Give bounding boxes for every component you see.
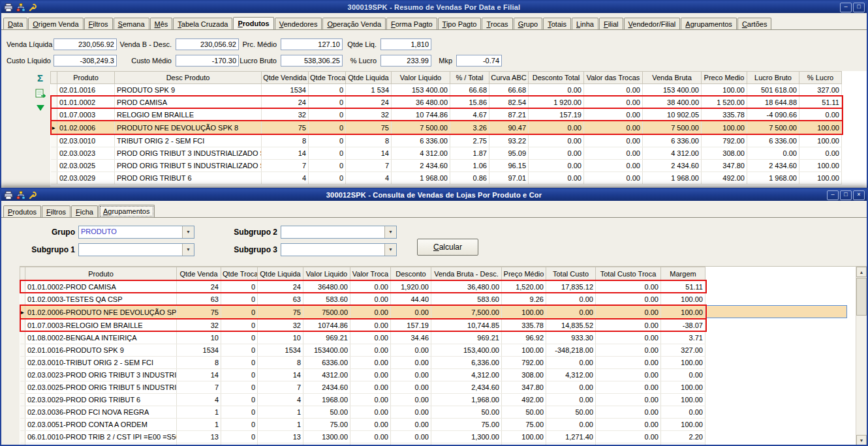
column-header-desc-produto[interactable]: Desc Produto xyxy=(115,72,262,84)
wrench-icon[interactable] xyxy=(28,190,38,200)
tab-linha[interactable]: Linha xyxy=(572,18,598,30)
table-row[interactable]: 01.02.0003-TESTES QA CSP63063583.600.004… xyxy=(20,293,705,306)
group-combobox[interactable]: PRODUTO ▼ xyxy=(78,226,194,239)
tab-data[interactable]: Data xyxy=(3,18,27,30)
table-row[interactable]: 02.03.0010-TRIBUT ORIG 2 - SEM FCI808633… xyxy=(20,357,705,369)
tab-tabela-cruzada[interactable]: Tabela Cruzada xyxy=(173,18,232,30)
table-row[interactable]: 01.07.0003-RELOGIO EM BRAILLE3203210744.… xyxy=(20,320,705,332)
export-icon[interactable] xyxy=(35,89,46,99)
print-icon[interactable] xyxy=(3,190,13,200)
tab-vendedor-filial[interactable]: Vendedor/Filial xyxy=(624,18,681,30)
subgroup2-combobox[interactable]: ▼ xyxy=(281,226,397,239)
table-row[interactable]: 02.03.0036-PROD FCI NOVA REGRA10150.000.… xyxy=(20,406,705,419)
tab-semana[interactable]: Semana xyxy=(114,18,149,30)
table-row[interactable]: 02.03.0023-PROD ORIG TRIBUT 3 INDUSTRIAL… xyxy=(20,369,705,381)
tab-agrupamentos[interactable]: Agrupamentos xyxy=(681,18,737,30)
column-header-venda-bruta[interactable]: Venda Bruta xyxy=(643,72,702,84)
tab-produtos[interactable]: Produtos xyxy=(3,205,41,218)
hierarchy-icon[interactable] xyxy=(16,190,25,200)
tab-forma-pagto[interactable]: Forma Pagto xyxy=(386,18,437,30)
close-button[interactable]: × xyxy=(853,190,865,200)
column-header-total[interactable]: % / Total xyxy=(450,72,489,84)
scroll-thumb[interactable] xyxy=(856,278,867,316)
column-header-desconto[interactable]: Desconto xyxy=(391,267,431,281)
table-row[interactable]: 02.03.0010TRIBUT ORIG 2 - SEM FCI8086 33… xyxy=(51,135,842,147)
column-header-desconto-total[interactable]: Desconto Total xyxy=(529,72,584,84)
table-row[interactable]: 02.01.0016PRODUTO SPK 9153401 534153 400… xyxy=(51,84,842,97)
titlebar[interactable]: 300012SPK - Consulta de Vendas de Lojas … xyxy=(1,189,867,201)
subgroup1-combobox[interactable]: ▼ xyxy=(78,243,194,256)
tab-produtos[interactable]: Produtos xyxy=(233,17,273,30)
column-header-lucro[interactable]: % Lucro xyxy=(799,72,842,84)
column-header-valor-das-trocas[interactable]: Valor das Trocas xyxy=(584,72,643,84)
table-row[interactable]: 02.03.0025-PROD ORIG TRIBUT 5 INDUSTRIAL… xyxy=(20,381,705,394)
arrow-down-icon[interactable] xyxy=(37,105,44,111)
tab-trocas[interactable]: Trocas xyxy=(482,18,512,30)
column-header-produto[interactable]: Produto xyxy=(57,72,115,84)
scroll-down-icon[interactable]: ▼ xyxy=(856,435,867,445)
table-row[interactable]: 02.03.0029PROD ORIG TRIBUT 64041 968.000… xyxy=(51,172,842,185)
table-row[interactable]: 02.03.0025PROD ORIG TRIBUT 5 INDUSTRIALI… xyxy=(51,160,842,172)
tab-filtros[interactable]: Filtros xyxy=(42,205,70,218)
column-header-qtde-liquida[interactable]: Qtde Liquida xyxy=(258,267,303,281)
chevron-down-icon[interactable]: ▼ xyxy=(182,244,194,256)
column-header-lucro-bruto[interactable]: Lucro Bruto xyxy=(747,72,799,84)
column-header-preco-medio[interactable]: Preço Médio xyxy=(502,267,546,281)
column-header-produto[interactable]: Produto xyxy=(25,267,177,281)
sum-icon[interactable]: Σ xyxy=(37,74,43,83)
tab-cartoes[interactable]: Cartões xyxy=(737,18,772,30)
column-header-qtde-vendida[interactable]: Qtde Vendida xyxy=(262,72,309,84)
chevron-down-icon[interactable]: ▼ xyxy=(384,226,396,238)
column-header-valor-liquido[interactable]: Valor Liquido xyxy=(392,72,450,84)
column-header-valor-liquido[interactable]: Valor Liquido xyxy=(303,267,350,281)
column-header-qtde-liquida[interactable]: Qtde Liquida xyxy=(346,72,392,84)
chevron-down-icon[interactable]: ▼ xyxy=(384,244,396,256)
column-header-margem[interactable]: Margem xyxy=(661,267,705,281)
table-row[interactable]: 02.01.0016-PRODUTO SPK 9153401534153400.… xyxy=(20,344,705,357)
table-row[interactable]: 01.01.0002PROD CAMISA2402436 480.0015.86… xyxy=(51,97,842,109)
table-row[interactable]: 06.01.0010-PROD TRIB 2 / CST IPI =E00 =S… xyxy=(20,431,705,443)
table-row[interactable]: 01.01.0002-PROD CAMISA2402436480.000.001… xyxy=(20,281,705,293)
vertical-scrollbar[interactable]: ▲ ▼ xyxy=(856,267,867,445)
table-row[interactable]: 02.03.0023PROD ORIG TRIBUT 3 INDUSTRIALI… xyxy=(51,147,842,160)
tab-ficha[interactable]: Ficha xyxy=(71,205,98,218)
minimize-button[interactable]: – xyxy=(827,190,839,200)
column-header-total-custo[interactable]: Total Custo xyxy=(546,267,596,281)
column-header-valor-troca[interactable]: Valor Troca xyxy=(350,267,391,281)
titlebar[interactable]: 300019SPK - Resumo de Vendas Por Data e … xyxy=(1,1,867,13)
table-row[interactable]: 02.03.0051-PROD CONTA A ORDEM10175.000.0… xyxy=(20,419,705,431)
table-row[interactable]: ►01.02.0006PRODUTO NFE DEVOLUÇÃO SPK 875… xyxy=(51,121,842,135)
table-row[interactable]: 01.08.0002-BENGALA INTEIRIÇA10010969.210… xyxy=(20,332,705,344)
subgroup3-combobox[interactable]: ▼ xyxy=(281,243,397,256)
chevron-down-icon[interactable]: ▼ xyxy=(182,226,194,238)
column-header-qtde-troca[interactable]: Qtde Troca xyxy=(221,267,258,281)
column-header-preco-medio[interactable]: Preco Medio xyxy=(702,72,747,84)
calculate-button[interactable]: Calcular xyxy=(417,239,478,256)
hierarchy-icon[interactable] xyxy=(16,3,25,12)
tab-filial[interactable]: Filial xyxy=(599,18,623,30)
table-row[interactable]: 01.07.0003RELOGIO EM BRAILLE3203210 744.… xyxy=(51,109,842,121)
tab-mes[interactable]: Mês xyxy=(150,18,173,30)
tab-grupo[interactable]: Grupo xyxy=(514,18,543,30)
minimize-button[interactable]: – xyxy=(840,3,852,12)
wrench-icon[interactable] xyxy=(28,3,38,12)
column-header-qtde-troca[interactable]: Qtde Troca xyxy=(309,72,346,84)
maximize-button[interactable]: □ xyxy=(853,3,865,12)
tab-vendedores[interactable]: Vendedores xyxy=(275,18,322,30)
table-row[interactable]: 06.01.0020-PROD TRIB 3 / CST IPI =E01 =S… xyxy=(20,443,705,446)
tab-totais[interactable]: Totais xyxy=(543,18,571,30)
tab-operacao-venda[interactable]: Operação Venda xyxy=(322,18,386,30)
tab-origem-venda[interactable]: Origem Venda xyxy=(28,18,83,30)
print-icon[interactable] xyxy=(3,3,13,12)
maximize-button[interactable]: □ xyxy=(840,190,852,200)
column-header-venda-bruta-desc[interactable]: Venda Bruta - Desc. xyxy=(431,267,502,281)
column-header-total-custo-troca[interactable]: Total Custo Troca xyxy=(596,267,661,281)
tab-agrupamentos[interactable]: Agrupamentos xyxy=(99,205,155,218)
tab-filtros[interactable]: Filtros xyxy=(84,18,113,30)
column-header-curva-abc[interactable]: Curva ABC xyxy=(489,72,529,84)
table-row[interactable]: ►01.02.0006-PRODUTO NFE DEVOLUÇÃO SPK 87… xyxy=(20,306,705,320)
tab-tipo-pagto[interactable]: Tipo Pagto xyxy=(438,18,482,30)
column-header-qtde-venda[interactable]: Qtde Venda xyxy=(177,267,221,281)
table-row[interactable]: 02.03.0029-PROD ORIG TRIBUT 64041968.000… xyxy=(20,394,705,406)
scroll-up-icon[interactable]: ▲ xyxy=(856,267,867,277)
